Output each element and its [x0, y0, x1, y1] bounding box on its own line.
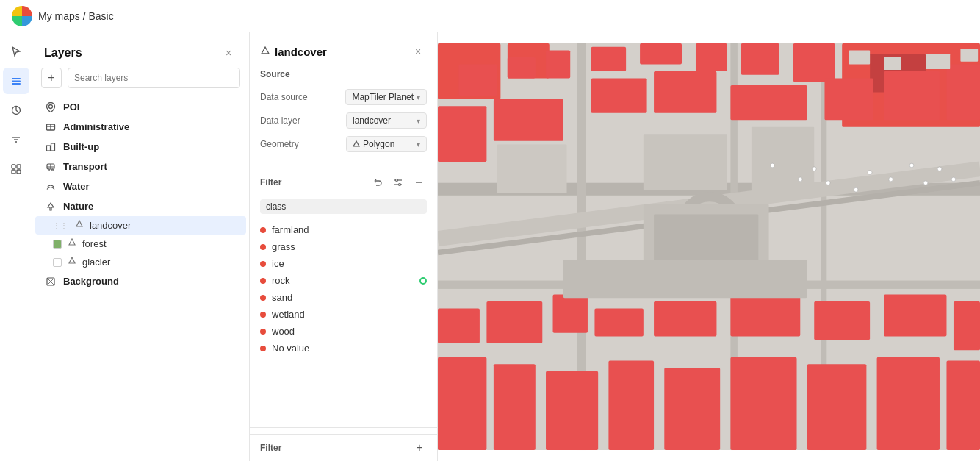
- source-panel-close-button[interactable]: ×: [409, 43, 427, 60]
- administrative-icon: [44, 122, 57, 132]
- svg-rect-70: [644, 134, 727, 190]
- layer-item-landcover[interactable]: ⋮⋮ landcover: [35, 216, 246, 235]
- landcover-polygon-icon: [260, 46, 270, 58]
- divider-1: [250, 162, 437, 162]
- svg-rect-8: [17, 165, 21, 168]
- svg-point-22: [399, 184, 401, 186]
- layers-close-button[interactable]: ×: [220, 44, 237, 62]
- layer-group-nature[interactable]: Nature: [35, 196, 246, 216]
- layers-panel: Layers × + POI Administrative: [32, 32, 250, 461]
- svg-point-87: [937, 167, 942, 171]
- filter-sliders-button[interactable]: [390, 174, 406, 190]
- nature-icon: [44, 201, 57, 212]
- source-panel-header: landcover ×: [250, 32, 437, 60]
- add-layer-button[interactable]: +: [41, 68, 62, 88]
- add-filter-button[interactable]: +: [412, 440, 427, 455]
- filter-item-rock[interactable]: rock: [250, 272, 437, 289]
- svg-rect-64: [664, 368, 720, 450]
- search-layers-input[interactable]: [68, 68, 240, 88]
- layer-group-administrative-label: Administrative: [63, 121, 129, 132]
- layer-group-background[interactable]: Background: [35, 271, 246, 291]
- filter-item-farmland[interactable]: farmland: [250, 221, 437, 238]
- divider-2: [250, 427, 437, 428]
- layer-item-glacier-label: glacier: [82, 257, 110, 268]
- app-logo: [12, 6, 32, 26]
- svg-rect-54: [594, 308, 643, 336]
- filter-items-list: farmland grass ice rock sand wetland: [250, 218, 437, 421]
- geometry-select[interactable]: Polygon ▾: [346, 136, 427, 152]
- svg-rect-13: [47, 146, 51, 151]
- icon-bar-layers[interactable]: [3, 68, 29, 94]
- svg-rect-62: [546, 371, 598, 450]
- svg-rect-14: [51, 143, 55, 151]
- layer-group-transport-label: Transport: [63, 161, 107, 172]
- svg-rect-77: [960, 49, 978, 62]
- svg-rect-56: [730, 294, 800, 336]
- svg-rect-49: [884, 71, 940, 120]
- svg-point-78: [812, 167, 816, 171]
- svg-point-81: [770, 163, 774, 168]
- data-layer-select[interactable]: landcover ▾: [346, 112, 427, 129]
- svg-point-83: [868, 171, 872, 175]
- water-icon: [44, 182, 57, 192]
- filter-dot-rock: [260, 278, 266, 284]
- icon-bar-style[interactable]: [3, 97, 29, 124]
- svg-rect-10: [17, 170, 21, 174]
- breadcrumb-my-maps[interactable]: My maps: [38, 10, 80, 22]
- filter-item-novalue-label: No value: [272, 343, 427, 354]
- filter-item-ice[interactable]: ice: [250, 255, 437, 272]
- icon-bar: [0, 32, 32, 461]
- data-source-select[interactable]: MapTiler Planet ▾: [345, 89, 427, 105]
- topbar: My maps / Basic: [0, 0, 980, 32]
- background-icon: [44, 276, 57, 287]
- transport-icon: [44, 162, 57, 172]
- svg-rect-50: [946, 64, 980, 120]
- filter-item-novalue[interactable]: No value: [250, 340, 437, 357]
- data-layer-label: Data layer: [260, 115, 319, 126]
- poi-icon: [44, 102, 57, 112]
- filter-dot-grass: [260, 244, 266, 250]
- svg-point-21: [396, 179, 398, 182]
- svg-rect-0: [12, 78, 21, 79]
- add-filter-label: Filter: [260, 443, 281, 453]
- filter-item-wood[interactable]: wood: [250, 323, 437, 340]
- layer-group-builtup[interactable]: Built-up: [35, 137, 246, 157]
- layer-item-forest[interactable]: forest: [35, 235, 246, 253]
- data-layer-chevron: ▾: [417, 117, 420, 125]
- filter-dot-novalue: [260, 346, 266, 351]
- layer-group-nature-label: Nature: [63, 201, 93, 212]
- source-panel: landcover × Source Data source MapTiler …: [250, 32, 438, 461]
- svg-rect-75: [884, 57, 901, 70]
- breadcrumb-sep: /: [80, 10, 89, 22]
- filter-item-wood-label: wood: [272, 326, 427, 337]
- icon-bar-cursor[interactable]: [3, 38, 29, 65]
- layer-group-poi[interactable]: POI: [35, 97, 246, 117]
- svg-rect-67: [877, 357, 940, 450]
- svg-rect-51: [438, 308, 480, 343]
- source-panel-title-row: landcover: [260, 46, 327, 58]
- add-filter-row: Filter +: [250, 434, 437, 461]
- layer-item-glacier[interactable]: glacier: [35, 253, 246, 271]
- layer-group-transport[interactable]: Transport: [35, 157, 246, 176]
- layer-group-water[interactable]: Water: [35, 176, 246, 196]
- filter-tag-class: class: [260, 199, 427, 214]
- filter-item-grass[interactable]: grass: [250, 238, 437, 255]
- svg-point-86: [923, 181, 928, 185]
- filter-item-rock-label: rock: [272, 275, 414, 286]
- filter-item-wetland[interactable]: wetland: [250, 306, 437, 323]
- svg-point-84: [889, 177, 893, 182]
- layer-group-poi-label: POI: [63, 101, 79, 112]
- svg-rect-90: [654, 214, 758, 262]
- svg-rect-38: [591, 47, 626, 71]
- svg-rect-71: [752, 127, 814, 190]
- drag-handle-landcover: ⋮⋮: [53, 221, 68, 229]
- filter-item-sand[interactable]: sand: [250, 289, 437, 306]
- filter-undo-button[interactable]: [370, 174, 386, 190]
- layers-list: POI Administrative Built-up: [32, 97, 249, 461]
- svg-point-88: [951, 177, 956, 182]
- icon-bar-filter[interactable]: [3, 126, 29, 153]
- svg-rect-7: [12, 165, 15, 168]
- layer-group-administrative[interactable]: Administrative: [35, 117, 246, 137]
- icon-bar-extensions[interactable]: [3, 156, 29, 182]
- filter-minus-button[interactable]: [411, 174, 427, 190]
